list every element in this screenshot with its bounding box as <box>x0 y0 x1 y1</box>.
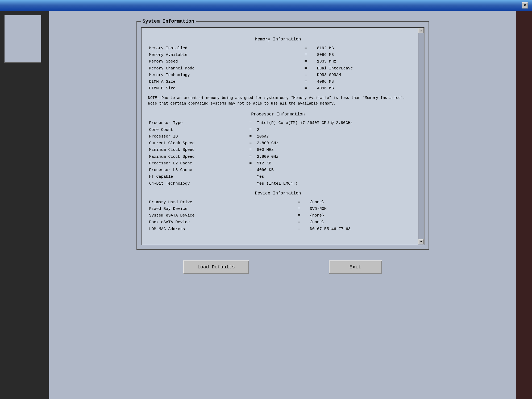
row-eq: = <box>302 85 316 92</box>
row-value: DVD-ROM <box>309 206 408 212</box>
row-value: {none} <box>309 219 408 226</box>
row-eq: = <box>247 147 256 153</box>
row-value: 2 <box>256 127 408 133</box>
row-label: DIMM B Size <box>148 85 302 92</box>
scroll-up-button[interactable]: ▲ <box>418 28 424 33</box>
row-eq: = <box>247 120 256 126</box>
row-value: 4096 MB <box>316 85 408 92</box>
device-heading: Device Information <box>148 190 408 197</box>
row-label: Processor Type <box>148 120 247 126</box>
memory-note: NOTE: Due to an amount of memory being a… <box>148 95 408 106</box>
row-eq: = <box>247 140 256 147</box>
row-eq: = <box>302 45 316 52</box>
table-row: HT Capable Yes <box>148 173 408 180</box>
row-eq: = <box>247 167 256 173</box>
row-eq: = <box>296 219 309 226</box>
row-value: Intel(R) Core(TM) i7-2640M CPU @ 2.80GHz <box>256 120 408 126</box>
scrollbar[interactable]: ▲ ▼ <box>418 28 424 245</box>
table-row: Processor ID = 206a7 <box>148 133 408 140</box>
row-label: Memory Speed <box>148 58 302 65</box>
table-row: Memory Channel Mode = Dual InterLeave <box>148 65 408 72</box>
left-panel-inner <box>4 15 41 63</box>
right-panel <box>516 11 532 399</box>
table-row: Core Count = 2 <box>148 127 408 133</box>
table-row: Minimum Clock Speed = 800 MHz <box>148 147 408 153</box>
row-label: Processor L3 Cache <box>148 167 247 173</box>
row-label: DIMM A Size <box>148 78 302 85</box>
row-value: 8096 MB <box>316 52 408 58</box>
row-label: System eSATA Device <box>148 212 296 219</box>
row-label: Memory Available <box>148 52 302 58</box>
row-value: DDR3 SDRAM <box>316 72 408 78</box>
table-row: LOM MAC Address = D0-67-E5-46-F7-63 <box>148 226 408 232</box>
table-row: Memory Technology = DDR3 SDRAM <box>148 72 408 78</box>
table-row: DIMM A Size = 4096 MB <box>148 78 408 85</box>
row-value: {none} <box>309 199 408 206</box>
table-row: 64-Bit Technology Yes (Intel EM64T) <box>148 180 408 187</box>
table-row: Processor Type = Intel(R) Core(TM) i7-26… <box>148 120 408 126</box>
table-row: Fixed Bay Device = DVD-ROM <box>148 206 408 212</box>
row-label: LOM MAC Address <box>148 226 296 232</box>
device-table: Primary Hard Drive = {none} Fixed Bay De… <box>148 199 408 232</box>
row-label: Memory Technology <box>148 72 302 78</box>
table-row: DIMM B Size = 4096 MB <box>148 85 408 92</box>
row-value: Dual InterLeave <box>316 65 408 72</box>
table-row: Memory Speed = 1333 MHz <box>148 58 408 65</box>
exit-button[interactable]: Exit <box>329 260 382 274</box>
row-label: Processor L2 Cache <box>148 160 247 167</box>
processor-heading: Processor Information <box>148 111 408 118</box>
table-row: Memory Available = 8096 MB <box>148 52 408 58</box>
info-content: Memory Information Memory Installed = 81… <box>142 28 424 238</box>
row-eq: = <box>247 153 256 160</box>
table-row: Current Clock Speed = 2.800 GHz <box>148 140 408 147</box>
row-label: Current Clock Speed <box>148 140 247 147</box>
table-row: Primary Hard Drive = {none} <box>148 199 408 206</box>
row-label: HT Capable <box>148 173 247 180</box>
row-value: 4096 MB <box>316 78 408 85</box>
row-eq: = <box>302 65 316 72</box>
row-value: D0-67-E5-46-F7-63 <box>309 226 408 232</box>
row-label: Maximum Clock Speed <box>148 153 247 160</box>
load-defaults-button[interactable]: Load Defaults <box>183 260 249 274</box>
row-label: Primary Hard Drive <box>148 199 296 206</box>
row-eq: = <box>247 160 256 167</box>
row-eq: = <box>247 127 256 133</box>
row-label: 64-Bit Technology <box>148 180 247 187</box>
row-eq: = <box>302 58 316 65</box>
row-eq: = <box>296 226 309 232</box>
row-value: 512 KB <box>256 160 408 167</box>
row-value: 206a7 <box>256 133 408 140</box>
row-label: Core Count <box>148 127 247 133</box>
row-eq: = <box>296 206 309 212</box>
row-label: Dock eSATA Device <box>148 219 296 226</box>
left-panel <box>0 11 49 399</box>
row-eq: = <box>302 78 316 85</box>
row-eq: = <box>296 212 309 219</box>
table-row: System eSATA Device = {none} <box>148 212 408 219</box>
row-eq: = <box>302 52 316 58</box>
row-eq: = <box>247 133 256 140</box>
row-value: 8192 MB <box>316 45 408 52</box>
system-info-box: System Information Memory Information Me… <box>136 21 429 250</box>
title-bar: × <box>0 0 532 11</box>
row-eq <box>247 173 256 180</box>
table-row: Processor L3 Cache = 4096 KB <box>148 167 408 173</box>
main-area: System Information Memory Information Me… <box>49 11 516 399</box>
scroll-down-button[interactable]: ▼ <box>418 239 424 244</box>
row-eq <box>247 180 256 187</box>
row-value: 1333 MHz <box>316 58 408 65</box>
row-label: Minimum Clock Speed <box>148 147 247 153</box>
row-value: 2.800 GHz <box>256 140 408 147</box>
table-row: Maximum Clock Speed = 2.800 GHz <box>148 153 408 160</box>
close-button[interactable]: × <box>522 2 528 9</box>
memory-heading: Memory Information <box>148 36 408 43</box>
row-value: Yes <box>256 173 408 180</box>
table-row: Memory Installed = 8192 MB <box>148 45 408 52</box>
row-label: Processor ID <box>148 133 247 140</box>
row-value: 4096 KB <box>256 167 408 173</box>
processor-table: Processor Type = Intel(R) Core(TM) i7-26… <box>148 120 408 187</box>
row-value: Yes (Intel EM64T) <box>256 180 408 187</box>
system-info-title: System Information <box>141 19 196 24</box>
scroll-track[interactable] <box>418 33 424 239</box>
table-row: Processor L2 Cache = 512 KB <box>148 160 408 167</box>
